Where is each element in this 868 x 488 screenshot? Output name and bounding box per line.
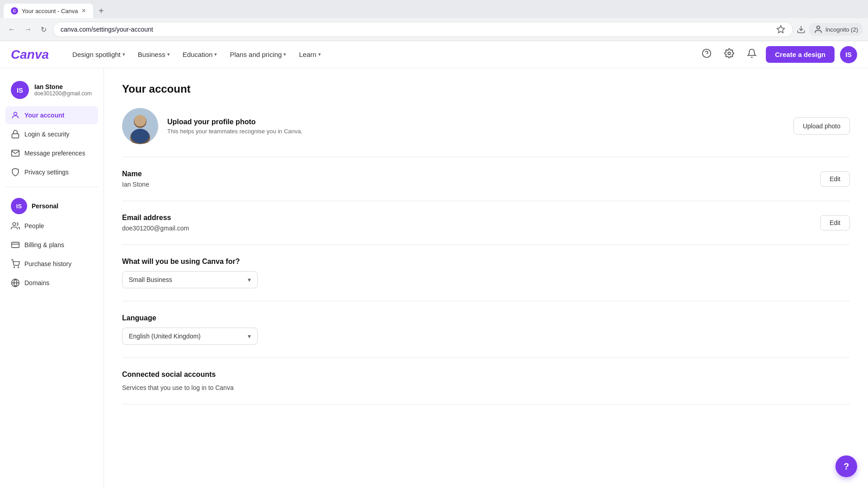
sidebar-item-label: Domains	[24, 279, 49, 286]
sidebar-item-label: Privacy settings	[24, 169, 69, 176]
tab-title: Your account - Canva	[22, 8, 78, 14]
nav-plans-pricing[interactable]: Plans and pricing ▾	[224, 47, 292, 62]
name-label: Name	[122, 170, 820, 178]
logo-text: Canva	[11, 47, 49, 62]
address-bar[interactable]: canva.com/settings/your-account	[53, 22, 793, 37]
back-btn[interactable]: ←	[5, 23, 18, 36]
profile-photo-image	[122, 108, 158, 144]
incognito-badge: Incognito (2)	[809, 23, 863, 36]
help-icon-btn[interactable]	[698, 45, 715, 64]
browser-chrome: C Your account - Canva × + ← → ↻ canva.c…	[0, 0, 868, 41]
sidebar-item-label: Billing & plans	[24, 241, 64, 249]
name-section: Name Ian Stone Edit	[122, 170, 850, 201]
page-title: Your account	[122, 83, 850, 95]
svg-rect-9	[12, 242, 19, 248]
nav-plans-pricing-label: Plans and pricing	[230, 51, 282, 58]
sidebar-personal-section: IS Personal	[5, 192, 98, 217]
user-avatar[interactable]: IS	[840, 46, 857, 63]
question-icon	[702, 48, 712, 58]
active-tab: C Your account - Canva ×	[4, 4, 93, 18]
nav-design-spotlight-label: Design spotlight	[72, 51, 121, 58]
settings-icon-btn[interactable]	[721, 45, 738, 64]
nav-design-spotlight[interactable]: Design spotlight ▾	[67, 47, 131, 62]
logo[interactable]: Canva	[11, 47, 49, 62]
nav-education-label: Education	[183, 51, 213, 58]
bell-icon-btn[interactable]	[743, 45, 760, 64]
sidebar-item-people[interactable]: People	[5, 217, 98, 235]
svg-point-8	[13, 223, 16, 226]
name-field-section: Name Ian Stone Edit	[122, 170, 850, 188]
sidebar-item-message-preferences[interactable]: Message preferences	[5, 144, 98, 162]
chevron-down-icon: ▾	[167, 52, 170, 57]
new-tab-btn[interactable]: +	[95, 4, 108, 18]
create-design-button[interactable]: Create a design	[766, 46, 835, 63]
sidebar-item-billing-plans[interactable]: Billing & plans	[5, 236, 98, 254]
profile-photo	[122, 108, 158, 144]
upload-photo-button[interactable]: Upload photo	[793, 117, 850, 135]
tab-favicon: C	[11, 7, 18, 14]
svg-point-5	[728, 52, 731, 55]
usage-dropdown[interactable]: Small Business ▾	[122, 271, 258, 288]
header-actions: Create a design IS	[698, 45, 857, 64]
chevron-down-icon: ▾	[214, 52, 217, 57]
sidebar-item-your-account[interactable]: Your account	[5, 106, 98, 124]
forward-btn[interactable]: →	[22, 23, 34, 36]
svg-point-12	[18, 267, 19, 268]
nav-business-label: Business	[138, 51, 165, 58]
svg-marker-0	[777, 26, 784, 33]
sidebar-user-email: doe301200@gmail.com	[34, 90, 92, 97]
sidebar-item-privacy-settings[interactable]: Privacy settings	[5, 163, 98, 181]
browser-nav: ← → ↻ canva.com/settings/your-account In…	[0, 18, 868, 41]
sidebar-item-purchase-history[interactable]: Purchase history	[5, 255, 98, 273]
svg-point-2	[816, 26, 820, 29]
account-icon	[11, 111, 20, 120]
sidebar-item-label: Login & security	[24, 131, 70, 138]
sidebar-divider	[5, 187, 98, 187]
usage-section: What will you be using Canva for? Small …	[122, 258, 850, 301]
language-selected-value: English (United Kingdom)	[129, 333, 201, 340]
help-button[interactable]: ?	[835, 455, 857, 477]
nav-business[interactable]: Business ▾	[132, 47, 175, 62]
purchase-icon	[11, 259, 20, 268]
main-nav: Design spotlight ▾ Business ▾ Education …	[67, 47, 684, 62]
photo-section-inner: Upload your profile photo This helps you…	[122, 108, 850, 144]
language-dropdown[interactable]: English (United Kingdom) ▾	[122, 328, 258, 345]
svg-point-19	[131, 129, 149, 143]
sidebar-item-label: Purchase history	[24, 260, 71, 267]
download-icon	[797, 25, 806, 34]
social-label: Connected social accounts	[122, 371, 850, 379]
incognito-label: Incognito (2)	[826, 26, 858, 33]
address-text: canva.com/settings/your-account	[61, 26, 773, 33]
people-icon	[11, 221, 20, 230]
svg-point-6	[14, 112, 17, 115]
usage-chevron-icon: ▾	[248, 276, 251, 283]
language-chevron-icon: ▾	[248, 333, 251, 340]
lock-icon	[11, 130, 20, 139]
email-section: Email address doe301200@gmail.com Edit	[122, 214, 850, 245]
photo-title: Upload your profile photo	[167, 118, 784, 126]
nav-education[interactable]: Education ▾	[177, 47, 223, 62]
sidebar: IS Ian Stone doe301200@gmail.com Your ac…	[0, 68, 104, 488]
browser-tabs: C Your account - Canva × +	[0, 0, 868, 18]
photo-description: This helps your teammates recognise you …	[167, 128, 784, 135]
chevron-down-icon: ▾	[283, 52, 286, 57]
email-label: Email address	[122, 214, 820, 222]
refresh-btn[interactable]: ↻	[38, 23, 49, 37]
email-value: doe301200@gmail.com	[122, 225, 820, 232]
email-field-section: Email address doe301200@gmail.com Edit	[122, 214, 850, 232]
sidebar-item-label: Message preferences	[24, 150, 85, 157]
sidebar-user-details: Ian Stone doe301200@gmail.com	[34, 83, 92, 97]
message-icon	[11, 149, 20, 158]
nav-learn[interactable]: Learn ▾	[293, 47, 326, 62]
main-layout: IS Ian Stone doe301200@gmail.com Your ac…	[0, 68, 868, 488]
email-edit-button[interactable]: Edit	[820, 215, 850, 230]
nav-actions: Incognito (2)	[797, 23, 863, 36]
name-edit-button[interactable]: Edit	[820, 171, 850, 187]
svg-rect-7	[12, 134, 19, 138]
sidebar-item-domains[interactable]: Domains	[5, 274, 98, 292]
svg-point-18	[134, 115, 146, 127]
nav-learn-label: Learn	[299, 51, 316, 58]
sidebar-user-info: IS Ian Stone doe301200@gmail.com	[5, 77, 98, 103]
sidebar-item-login-security[interactable]: Login & security	[5, 125, 98, 143]
tab-close-btn[interactable]: ×	[82, 7, 86, 14]
